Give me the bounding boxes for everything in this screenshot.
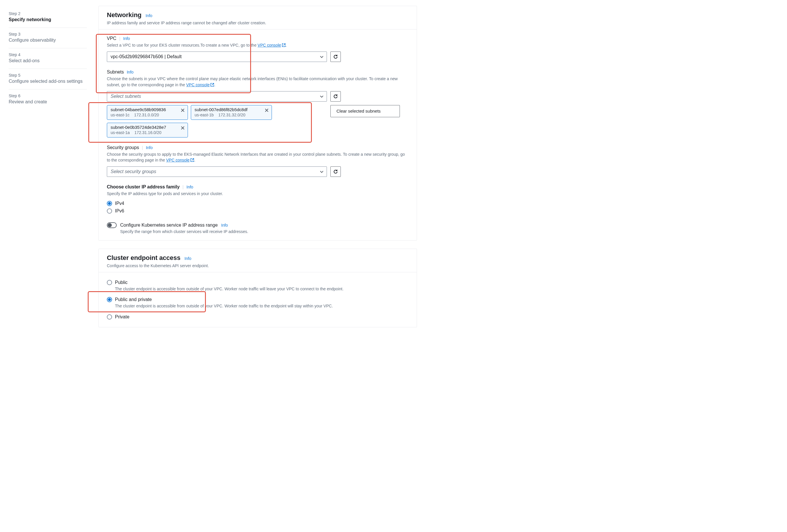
step-number: Step 3 xyxy=(9,32,87,37)
security-groups-field: Security groups | Info Choose the securi… xyxy=(107,145,408,177)
wizard-step[interactable]: Step 4Select add-ons xyxy=(9,48,87,69)
security-groups-select[interactable]: Select security groups xyxy=(107,167,327,177)
step-number: Step 4 xyxy=(9,52,87,57)
main-content: Networking Info IP address family and se… xyxy=(99,6,417,335)
external-link-icon xyxy=(210,83,214,88)
vpc-info-link[interactable]: Info xyxy=(123,36,130,41)
subnets-label: Subnets xyxy=(107,69,124,75)
vpc-label: VPC xyxy=(107,36,116,41)
subnet-details: us-east-1c172.31.0.0/20 xyxy=(111,113,177,117)
vpc-refresh-button[interactable] xyxy=(331,51,341,62)
ip-family-field: Choose cluster IP address family | Info … xyxy=(107,184,408,215)
ipv6-radio[interactable] xyxy=(107,208,112,214)
subnet-id: subnet-007ed86f82b5dc8df xyxy=(195,107,261,112)
subnet-token: subnet-0e0b35724de3428e7us-east-1a172.31… xyxy=(107,123,188,137)
subnet-tokens: subnet-04baee9c58b909836us-east-1c172.31… xyxy=(107,105,327,137)
service-range-info-link[interactable]: Info xyxy=(221,223,228,227)
networking-info-link[interactable]: Info xyxy=(146,13,152,18)
step-number: Step 2 xyxy=(9,11,87,16)
subnet-id: subnet-04baee9c58b909836 xyxy=(111,107,177,112)
security-groups-info-link[interactable]: Info xyxy=(146,145,153,150)
service-range-toggle[interactable] xyxy=(107,222,117,228)
subnet-details: us-east-1b172.31.32.0/20 xyxy=(195,113,261,117)
security-groups-vpc-console-link[interactable]: VPC console xyxy=(166,158,190,162)
subnets-refresh-button[interactable] xyxy=(331,91,341,102)
step-title: Review and create xyxy=(9,99,87,105)
subnets-info-link[interactable]: Info xyxy=(127,70,133,74)
vpc-console-link[interactable]: VPC console xyxy=(258,43,281,47)
endpoint-public-label[interactable]: Public xyxy=(115,280,128,285)
service-range-label: Configure Kubernetes service IP address … xyxy=(120,223,218,228)
endpoint-panel: Cluster endpoint access Info Configure a… xyxy=(99,249,417,327)
endpoint-title: Cluster endpoint access xyxy=(107,254,180,262)
step-number: Step 5 xyxy=(9,73,87,77)
service-range-help: Specify the range from which cluster ser… xyxy=(120,229,408,234)
step-title: Configure observability xyxy=(9,38,87,43)
endpoint-subtitle: Configure access to the Kubernetes API s… xyxy=(107,263,408,268)
clear-subnets-button[interactable]: Clear selected subnets xyxy=(331,105,400,117)
subnets-select[interactable]: Select subnets xyxy=(107,91,327,102)
step-number: Step 6 xyxy=(9,93,87,98)
refresh-icon xyxy=(333,169,338,174)
endpoint-public-private-desc: The cluster endpoint is accessible from … xyxy=(115,303,408,309)
security-groups-help: Choose the security groups to apply to t… xyxy=(107,151,408,164)
endpoint-private-radio[interactable] xyxy=(107,314,112,319)
step-title: Configure selected add-ons settings xyxy=(9,79,87,84)
service-range-field: Configure Kubernetes service IP address … xyxy=(107,222,408,234)
wizard-step[interactable]: Step 2Specify networking xyxy=(9,7,87,28)
refresh-icon xyxy=(333,94,338,99)
vpc-select[interactable]: vpc-05d2b99296847b506 | Default xyxy=(107,51,327,62)
wizard-sidebar: Step 2Specify networkingStep 3Configure … xyxy=(9,6,87,335)
endpoint-info-link[interactable]: Info xyxy=(185,256,191,261)
external-link-icon xyxy=(190,158,194,163)
refresh-icon xyxy=(333,54,338,59)
security-groups-refresh-button[interactable] xyxy=(331,167,341,177)
networking-title: Networking xyxy=(107,11,142,19)
vpc-help: Select a VPC to use for your EKS cluster… xyxy=(107,42,408,49)
ipv4-radio[interactable] xyxy=(107,201,112,206)
subnet-details: us-east-1a172.31.16.0/20 xyxy=(111,130,177,135)
external-link-icon xyxy=(282,43,286,49)
subnet-token: subnet-04baee9c58b909836us-east-1c172.31… xyxy=(107,105,188,120)
subnets-help: Choose the subnets in your VPC where the… xyxy=(107,76,408,88)
wizard-step[interactable]: Step 3Configure observability xyxy=(9,28,87,48)
ipv4-label[interactable]: IPv4 xyxy=(115,201,124,206)
endpoint-private-label[interactable]: Private xyxy=(115,314,129,319)
close-icon[interactable] xyxy=(264,108,269,114)
wizard-step[interactable]: Step 6Review and create xyxy=(9,89,87,110)
close-icon[interactable] xyxy=(180,125,185,131)
networking-subtitle: IP address family and service IP address… xyxy=(107,21,408,25)
close-icon[interactable] xyxy=(180,108,185,114)
ipv6-label[interactable]: IPv6 xyxy=(115,208,124,214)
security-groups-label: Security groups xyxy=(107,145,139,150)
step-title: Specify networking xyxy=(9,17,87,22)
step-title: Select add-ons xyxy=(9,58,87,63)
endpoint-public-private-radio[interactable] xyxy=(107,297,112,302)
endpoint-public-radio[interactable] xyxy=(107,280,112,285)
ip-family-label: Choose cluster IP address family xyxy=(107,184,179,190)
endpoint-public-private-label[interactable]: Public and private xyxy=(115,297,152,302)
subnet-token: subnet-007ed86f82b5dc8dfus-east-1b172.31… xyxy=(191,105,272,120)
wizard-step[interactable]: Step 5Configure selected add-ons setting… xyxy=(9,69,87,89)
subnets-vpc-console-link[interactable]: VPC console xyxy=(186,83,210,87)
subnets-field: Subnets Info Choose the subnets in your … xyxy=(107,69,408,137)
ip-family-help: Specify the IP address type for pods and… xyxy=(107,191,408,197)
networking-panel: Networking Info IP address family and se… xyxy=(99,6,417,241)
endpoint-public-desc: The cluster endpoint is accessible from … xyxy=(115,286,408,292)
subnet-id: subnet-0e0b35724de3428e7 xyxy=(111,125,177,130)
vpc-field: VPC | Info Select a VPC to use for your … xyxy=(107,36,408,62)
ip-family-info-link[interactable]: Info xyxy=(187,185,193,189)
